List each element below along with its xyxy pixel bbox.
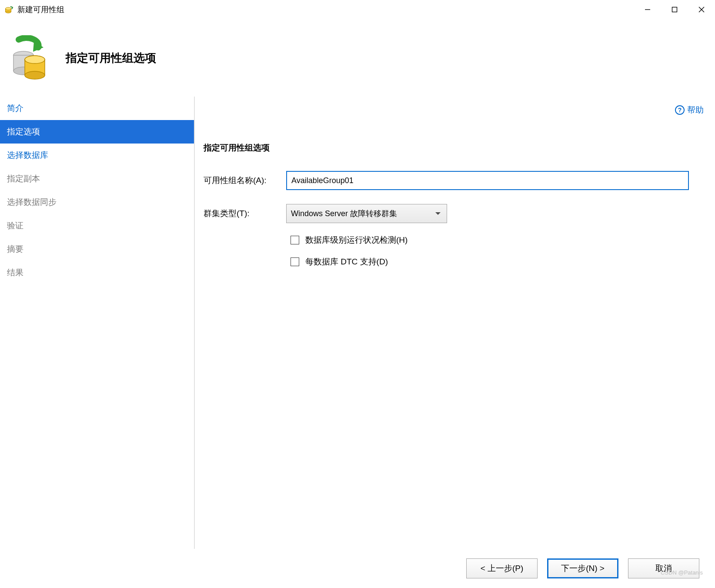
sidebar-item-data-sync[interactable]: 选择数据同步 bbox=[0, 190, 194, 214]
checkbox-group: 数据库级别运行状况检测(H) 每数据库 DTC 支持(D) bbox=[291, 234, 689, 267]
wizard-icon bbox=[8, 35, 49, 81]
sidebar-item-result[interactable]: 结果 bbox=[0, 261, 194, 284]
watermark-credit: CSDN @Patanis bbox=[661, 569, 703, 576]
svg-point-2 bbox=[6, 7, 11, 10]
titlebar: 新建可用性组 bbox=[0, 0, 715, 19]
help-label: 帮助 bbox=[687, 104, 704, 116]
sidebar-item-label: 选择数据同步 bbox=[7, 197, 57, 207]
checkbox-box bbox=[291, 257, 299, 266]
help-link[interactable]: ? 帮助 bbox=[675, 104, 704, 116]
sidebar-item-label: 结果 bbox=[7, 268, 23, 277]
app-icon bbox=[4, 5, 14, 14]
chevron-down-icon bbox=[435, 212, 441, 215]
sidebar-item-summary[interactable]: 摘要 bbox=[0, 237, 194, 261]
footer: < 上一步(P) 下一步(N) > 取消 bbox=[0, 549, 715, 588]
sidebar-item-label: 摘要 bbox=[7, 244, 23, 254]
sidebar-item-specify-options[interactable]: 指定选项 bbox=[0, 120, 194, 144]
sidebar-item-label: 指定副本 bbox=[7, 174, 40, 183]
prev-button[interactable]: < 上一步(P) bbox=[466, 558, 538, 578]
sidebar-item-select-db[interactable]: 选择数据库 bbox=[0, 144, 194, 167]
cluster-type-select[interactable]: Windows Server 故障转移群集 bbox=[286, 204, 447, 223]
group-name-input[interactable] bbox=[286, 171, 689, 190]
sidebar-item-validate[interactable]: 验证 bbox=[0, 214, 194, 237]
row-cluster-type: 群集类型(T): Windows Server 故障转移群集 bbox=[204, 204, 689, 223]
help-icon: ? bbox=[675, 105, 685, 115]
checkbox-box bbox=[291, 236, 299, 244]
body: 简介 指定选项 选择数据库 指定副本 选择数据同步 验证 摘要 结果 ? 帮助 … bbox=[0, 97, 715, 549]
window-controls bbox=[634, 1, 715, 18]
checkbox-dtc-support[interactable]: 每数据库 DTC 支持(D) bbox=[291, 256, 689, 267]
group-name-label: 可用性组名称(A): bbox=[204, 175, 286, 186]
button-label: 下一步(N) > bbox=[561, 563, 605, 574]
sidebar-item-label: 简介 bbox=[7, 104, 23, 113]
svg-point-14 bbox=[25, 56, 45, 63]
sidebar-item-specify-replica[interactable]: 指定副本 bbox=[0, 167, 194, 190]
checkbox-label: 每数据库 DTC 支持(D) bbox=[305, 256, 388, 267]
sidebar-item-intro[interactable]: 简介 bbox=[0, 97, 194, 120]
header-title: 指定可用性组选项 bbox=[66, 50, 156, 66]
svg-point-13 bbox=[25, 71, 45, 79]
cluster-type-value: Windows Server 故障转移群集 bbox=[291, 208, 397, 219]
sidebar: 简介 指定选项 选择数据库 指定副本 选择数据同步 验证 摘要 结果 bbox=[0, 97, 195, 549]
maximize-button[interactable] bbox=[661, 1, 688, 18]
window-title: 新建可用性组 bbox=[17, 4, 64, 15]
form-area: 可用性组名称(A): 群集类型(T): Windows Server 故障转移群… bbox=[195, 154, 715, 267]
sidebar-item-label: 指定选项 bbox=[7, 127, 40, 136]
cluster-type-label: 群集类型(T): bbox=[204, 208, 286, 219]
row-group-name: 可用性组名称(A): bbox=[204, 171, 689, 190]
wizard-window: 新建可用性组 bbox=[0, 0, 715, 588]
checkbox-health-detection[interactable]: 数据库级别运行状况检测(H) bbox=[291, 234, 689, 246]
header-panel: 指定可用性组选项 bbox=[0, 19, 715, 97]
minimize-button[interactable] bbox=[634, 1, 661, 18]
section-title: 指定可用性组选项 bbox=[195, 97, 715, 154]
content-pane: ? 帮助 指定可用性组选项 可用性组名称(A): 群集类型(T): Window… bbox=[195, 97, 715, 549]
checkbox-label: 数据库级别运行状况检测(H) bbox=[305, 234, 408, 246]
sidebar-item-label: 验证 bbox=[7, 221, 23, 230]
svg-rect-4 bbox=[672, 7, 677, 12]
next-button[interactable]: 下一步(N) > bbox=[547, 558, 618, 578]
button-label: < 上一步(P) bbox=[481, 563, 524, 574]
close-button[interactable] bbox=[688, 1, 715, 18]
sidebar-item-label: 选择数据库 bbox=[7, 150, 48, 160]
